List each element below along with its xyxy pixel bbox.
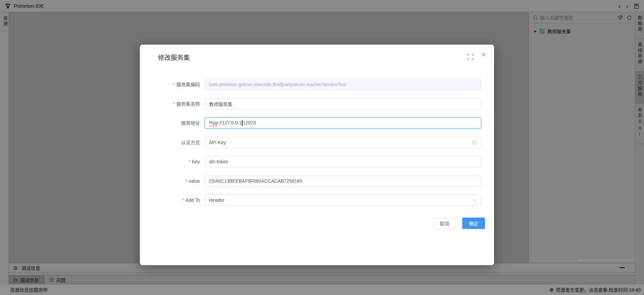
add-to-select[interactable]: Header — [205, 194, 481, 206]
field-row-add-to: *Add To Header — [140, 194, 494, 206]
text-caret — [242, 120, 243, 126]
service-address-input[interactable]: htpp://127.0.0.112023 — [205, 117, 481, 129]
chevron-down-icon — [473, 199, 477, 201]
field-label: 认证方式 — [181, 140, 200, 145]
misspelled-text: htpp — [209, 120, 218, 125]
clear-icon[interactable] — [472, 140, 477, 145]
field-label: Add To — [185, 197, 200, 203]
field-row-service-address: 服务地址 htpp://127.0.0.112023 — [140, 117, 494, 129]
field-row-auth-type: 认证方式 API Key — [140, 137, 494, 148]
field-label: 服务集编码 — [176, 82, 200, 87]
field-label: Key — [192, 159, 200, 164]
field-row-service-set-name: *服务集名称 — [140, 98, 494, 110]
close-icon[interactable]: × — [481, 51, 486, 59]
value-input[interactable] — [205, 175, 481, 187]
field-row-key: *Key — [140, 156, 494, 167]
dialog-footer: 取消 确定 — [140, 218, 494, 229]
service-set-code-input — [205, 79, 481, 90]
field-row-service-set-code: *服务集编码 — [140, 79, 494, 90]
edit-service-set-dialog: 修改服务集 × *服务集编码 *服务集名称 服务地址 htpp://127.0.… — [140, 45, 494, 265]
key-input[interactable] — [205, 156, 481, 167]
field-label: 服务地址 — [181, 120, 200, 126]
fullscreen-icon[interactable] — [468, 54, 473, 60]
dialog-title: 修改服务集 — [158, 53, 190, 62]
field-label: value — [189, 178, 200, 184]
cancel-button[interactable]: 取消 — [433, 218, 455, 229]
service-set-name-input[interactable] — [205, 98, 481, 110]
auth-type-select[interactable]: API Key — [205, 137, 481, 148]
field-row-value: *value — [140, 175, 494, 187]
confirm-button[interactable]: 确定 — [462, 218, 485, 229]
field-label: 服务集名称 — [176, 101, 200, 107]
